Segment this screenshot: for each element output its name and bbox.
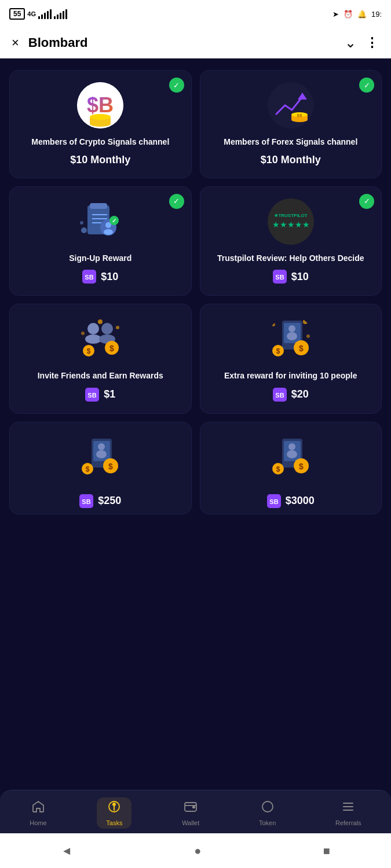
- coin-icon: SB: [85, 388, 99, 402]
- svg-text:SB: SB: [275, 274, 284, 281]
- android-navigation-bar: ◄ ● ■: [0, 833, 391, 868]
- nav-item-referrals[interactable]: Referrals: [326, 797, 371, 829]
- home-button[interactable]: ●: [194, 844, 201, 858]
- time-display: 19:: [371, 10, 382, 19]
- extra-reward-title: Extra reward for inviting 10 people: [224, 370, 357, 382]
- coin-icon: SB: [79, 494, 93, 508]
- svg-point-46: [287, 332, 297, 340]
- invite-friends-title: Invite Friends and Earn Rewards: [38, 370, 163, 382]
- check-badge: ✓: [359, 78, 374, 93]
- svg-point-69: [287, 450, 297, 458]
- svg-point-21: [81, 227, 87, 233]
- svg-text:SB: SB: [82, 498, 91, 505]
- svg-rect-80: [192, 806, 195, 808]
- svg-rect-84: [343, 806, 353, 807]
- status-left: 55 4G: [9, 8, 67, 20]
- coin-icon: SB: [273, 388, 287, 402]
- recent-apps-button[interactable]: ■: [323, 844, 330, 858]
- coin-icon: SB: [82, 270, 96, 284]
- partial-right-price: SB $3000: [267, 494, 315, 508]
- signup-icon: ✓: [77, 198, 123, 245]
- status-bar: 55 4G ➤ ⏰ 🔔 19:: [0, 0, 391, 28]
- svg-rect-5: [268, 82, 314, 128]
- cards-row-3: $ $ Invite Friends and Earn Rewards SB $…: [9, 304, 382, 414]
- bottom-navigation: Home Tasks Wallet Token: [0, 790, 391, 833]
- header-right: ⌄ ⋮: [345, 35, 379, 51]
- svg-text:✓: ✓: [112, 218, 116, 224]
- signup-reward-title: Sign-Up Reward: [69, 253, 131, 264]
- trustpilot-icon: ★TRUSTPILOT ★★★★★: [268, 198, 314, 245]
- check-badge: ✓: [359, 194, 374, 209]
- chevron-down-icon[interactable]: ⌄: [345, 35, 356, 51]
- svg-point-53: [306, 334, 310, 338]
- invite-friends-card[interactable]: $ $ Invite Friends and Earn Rewards SB $…: [9, 304, 192, 414]
- app-title: Blombard: [28, 35, 88, 50]
- extra-reward-price: SB $20: [273, 388, 309, 402]
- svg-point-40: [81, 332, 85, 335]
- svg-text:$: $: [109, 344, 114, 353]
- status-right: ➤ ⏰ 🔔 19:: [332, 10, 382, 19]
- token-label: Token: [259, 819, 276, 826]
- crypto-signals-price: $10 Monthly: [70, 154, 130, 166]
- svg-rect-85: [343, 810, 353, 811]
- referrals-icon: [341, 800, 355, 817]
- crypto-signals-title: Members of Crypto Signals channel: [31, 137, 169, 148]
- extra-reward-icon: $ $: [268, 316, 314, 362]
- partial-right-icon: $ $: [268, 434, 314, 480]
- svg-point-59: [96, 450, 107, 458]
- svg-point-58: [98, 443, 105, 450]
- svg-point-22: [80, 221, 83, 225]
- bell-icon: 🔔: [357, 10, 367, 19]
- forex-signals-price: $10 Monthly: [261, 154, 321, 166]
- svg-text:SB: SB: [88, 392, 97, 399]
- signal-strength-1: [38, 9, 52, 19]
- nav-item-token[interactable]: Token: [250, 797, 285, 829]
- extra-reward-card[interactable]: $ $ Extra reward for inviting 10 people …: [200, 304, 382, 414]
- partial-right-card[interactable]: $ $ SB $3000: [200, 422, 382, 514]
- coin-icon: SB: [267, 494, 281, 508]
- svg-point-18: [104, 229, 113, 235]
- crypto-icon: $B: [77, 82, 123, 128]
- svg-text:$: $: [87, 347, 91, 355]
- forex-signals-card[interactable]: ✓ $$ Members of Forex Signals channel $1…: [200, 70, 382, 178]
- signal-strength-2: [54, 9, 67, 19]
- tasks-icon: [107, 800, 121, 817]
- svg-point-68: [288, 443, 295, 450]
- svg-point-30: [87, 323, 99, 334]
- partial-left-card[interactable]: $ $ SB $250: [9, 422, 192, 514]
- header-left: × Blombard: [12, 35, 88, 50]
- home-label: Home: [30, 819, 46, 826]
- svg-text:SB: SB: [269, 498, 278, 505]
- battery-indicator: 55: [9, 8, 25, 20]
- signup-reward-price: SB $10: [82, 270, 118, 284]
- more-options-button[interactable]: ⋮: [366, 35, 379, 50]
- nav-item-tasks[interactable]: Tasks: [97, 797, 131, 829]
- app-header: × Blombard ⌄ ⋮: [0, 28, 391, 58]
- forex-icon: $$: [268, 82, 314, 128]
- nav-item-home[interactable]: Home: [20, 797, 56, 829]
- partial-left-price: SB $250: [79, 494, 121, 508]
- svg-text:★★★★★: ★★★★★: [272, 220, 309, 229]
- trustpilot-title: Trustpilot Review: Help Others Decide: [217, 253, 364, 264]
- svg-point-32: [101, 323, 113, 334]
- svg-point-38: [98, 319, 103, 324]
- check-badge: ✓: [169, 194, 184, 209]
- back-button[interactable]: ◄: [61, 844, 72, 858]
- svg-text:★TRUSTPILOT: ★TRUSTPILOT: [274, 213, 307, 218]
- cards-row-4: $ $ SB $250: [9, 422, 382, 514]
- main-content: ✓ $B Membe: [0, 58, 391, 811]
- referrals-label: Referrals: [335, 819, 361, 826]
- trustpilot-card[interactable]: ✓ ★TRUSTPILOT ★★★★★ Trustpilot Review: H…: [200, 186, 382, 296]
- alarm-icon: ⏰: [344, 10, 353, 19]
- cards-row-1: ✓ $B Membe: [9, 70, 382, 178]
- crypto-signals-card[interactable]: ✓ $B Membe: [9, 70, 192, 178]
- nav-item-wallet[interactable]: Wallet: [173, 797, 209, 829]
- signup-reward-card[interactable]: ✓ ✓: [9, 186, 192, 296]
- token-icon: [261, 800, 275, 817]
- svg-point-39: [116, 326, 119, 329]
- cards-row-2: ✓ ✓: [9, 186, 382, 296]
- svg-text:$: $: [276, 347, 280, 355]
- close-button[interactable]: ×: [12, 35, 19, 50]
- coin-icon: SB: [273, 270, 287, 284]
- svg-text:$: $: [86, 465, 90, 473]
